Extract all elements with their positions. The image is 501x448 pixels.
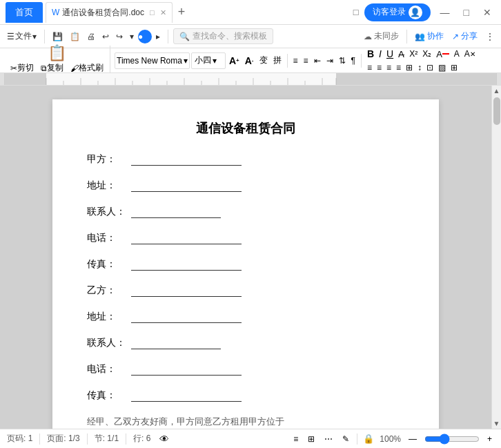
- align-right-button[interactable]: ≡: [384, 61, 393, 74]
- superscript-button[interactable]: X²: [407, 48, 420, 60]
- phonetic-button[interactable]: 拼: [271, 53, 284, 68]
- layout-grid-button[interactable]: ⊞: [306, 433, 317, 445]
- sync-button[interactable]: ☁ 未同步: [361, 29, 402, 43]
- tab-doc[interactable]: W 通信设备租赁合同.doc □ ✕: [46, 2, 173, 23]
- scissors-icon: ✂: [10, 64, 17, 73]
- align-justify-button[interactable]: ≡: [394, 61, 403, 74]
- bold-button[interactable]: B: [365, 47, 376, 61]
- field-line-2[interactable]: [131, 206, 221, 218]
- search-box[interactable]: 🔍 查找命令、搜索模板: [173, 28, 273, 44]
- highlight-button[interactable]: A: [452, 48, 462, 60]
- save-button[interactable]: 💾: [50, 30, 66, 43]
- more-format-button[interactable]: ⊞: [449, 61, 460, 74]
- layout-list-button[interactable]: ≡: [291, 433, 300, 445]
- zoom-slider[interactable]: [424, 434, 480, 445]
- edit-button[interactable]: ✎: [340, 433, 351, 445]
- toolbar1-sep2: [168, 30, 168, 43]
- font-size-value: 小四: [195, 55, 211, 66]
- redo-button[interactable]: ↪: [113, 30, 126, 43]
- share-button[interactable]: ↗ 分享: [449, 29, 480, 43]
- undo-button[interactable]: ↩: [99, 30, 112, 43]
- italic-button[interactable]: I: [377, 47, 384, 61]
- style-button[interactable]: ●: [138, 30, 152, 43]
- tab-close-icon[interactable]: ✕: [160, 8, 166, 17]
- increase-font-button[interactable]: A+: [227, 54, 242, 68]
- subscript-button[interactable]: X₂: [420, 48, 433, 60]
- file-group: ☰ 文件 ▾: [4, 29, 39, 43]
- font-size-select[interactable]: 小四 ▾: [191, 52, 226, 69]
- more-menu-button[interactable]: ⋮: [483, 30, 497, 43]
- field-line-3[interactable]: [131, 232, 242, 244]
- underline-button[interactable]: U: [384, 47, 395, 61]
- tab-home[interactable]: 首页: [6, 2, 43, 23]
- field-line-6[interactable]: [131, 311, 242, 323]
- read-mode-button[interactable]: 👁: [157, 432, 171, 446]
- decrease-font-button[interactable]: A-: [243, 54, 256, 68]
- layout-dots-button[interactable]: ⋯: [322, 433, 335, 445]
- field-line-5[interactable]: [131, 284, 242, 297]
- page-area: 通信设备租赁合同 甲方： 地址： 联系人： 电话： 传真：: [0, 86, 491, 429]
- font-name-select[interactable]: Times New Roma ▾: [115, 52, 190, 69]
- restore-icon[interactable]: □: [150, 8, 155, 17]
- file-menu-button[interactable]: ☰ 文件 ▾: [4, 29, 39, 43]
- paste-button[interactable]: 📋: [48, 46, 66, 61]
- collab-button[interactable]: 👥 协作: [412, 29, 446, 43]
- ruler-corner: [0, 73, 5, 85]
- page-total: 页面: 1/3: [47, 433, 79, 445]
- print-button[interactable]: 🖨: [84, 30, 98, 43]
- vertical-scrollbar[interactable]: ▲ ▼: [491, 86, 501, 429]
- document-page: 通信设备租赁合同 甲方： 地址： 联系人： 电话： 传真：: [52, 99, 439, 429]
- field-line-1[interactable]: [131, 179, 242, 192]
- zoom-in-button[interactable]: +: [485, 433, 494, 445]
- svg-rect-0: [5, 73, 46, 85]
- bullet-list-button[interactable]: ≡: [291, 55, 300, 67]
- field-line-0[interactable]: [131, 153, 242, 166]
- minimize-button[interactable]: —: [436, 6, 454, 19]
- template-button[interactable]: 📋: [67, 30, 83, 43]
- field-line-4[interactable]: [131, 258, 242, 271]
- field-line-8[interactable]: [131, 363, 242, 376]
- align-center-button[interactable]: ≡: [375, 61, 384, 74]
- show-marks-button[interactable]: ¶: [349, 55, 357, 67]
- add-tab-button[interactable]: +: [178, 5, 186, 19]
- change-case-button[interactable]: 变: [257, 53, 270, 68]
- indent-decrease-button[interactable]: ⇤: [312, 55, 323, 67]
- format-rows: B I U A̶ X² X₂ A A A✕ ≡ ≡ ≡ ≡ ⊞ ↕ ⊡ ▨ ⊞: [365, 47, 478, 74]
- doc-tab-title: 通信设备租赁合同.doc: [62, 7, 144, 19]
- align-left-button[interactable]: ≡: [365, 61, 374, 74]
- copy-icon: ⧉: [41, 64, 47, 73]
- field-row-6: 地址：: [87, 311, 404, 323]
- sync-icon: ☁: [364, 32, 372, 41]
- section-info: 节: 1/1: [95, 433, 119, 445]
- clear-format-button[interactable]: A✕: [462, 48, 478, 60]
- toolbar1-sep3: [406, 30, 407, 43]
- border-button[interactable]: ⊡: [424, 61, 435, 74]
- extra-button[interactable]: ▸: [153, 30, 163, 43]
- number-list-button[interactable]: ≡: [302, 55, 311, 67]
- line-spacing-button[interactable]: ↕: [415, 61, 424, 74]
- field-line-7[interactable]: [131, 337, 221, 349]
- columns-button[interactable]: ⊞: [404, 61, 415, 74]
- close-button[interactable]: ✕: [479, 6, 495, 19]
- shading-button[interactable]: ▨: [436, 61, 448, 74]
- font-color-button[interactable]: A: [434, 48, 451, 61]
- field-line-9[interactable]: [131, 389, 242, 402]
- restore-button[interactable]: □: [460, 6, 473, 19]
- scroll-up-button[interactable]: ▲: [492, 86, 501, 96]
- indent-increase-button[interactable]: ⇥: [324, 55, 335, 67]
- login-button[interactable]: 访客登录 👤: [364, 3, 431, 21]
- strikethrough-button[interactable]: A̶: [396, 48, 406, 61]
- toolbar1: ☰ 文件 ▾ 💾 📋 🖨 ↩ ↪ ▾ ● ▸ 🔍 查找命令、搜索模板 ☁ 未同步…: [0, 25, 501, 48]
- scroll-track[interactable]: [492, 96, 502, 418]
- field-label-3: 电话：: [87, 232, 128, 244]
- more-undo-icon[interactable]: ▾: [127, 30, 137, 43]
- format-row2: ≡ ≡ ≡ ≡ ⊞ ↕ ⊡ ▨ ⊞: [365, 61, 478, 74]
- field-label-4: 传真：: [87, 258, 128, 271]
- status-bar: 页码: 1 页面: 1/3 节: 1/1 行: 6 👁 ≡ ⊞ ⋯ ✎ 🔒 10…: [0, 429, 501, 448]
- zoom-out-button[interactable]: —: [406, 433, 419, 445]
- svg-rect-2: [46, 73, 336, 85]
- sort-button[interactable]: ⇅: [337, 55, 348, 67]
- scroll-down-button[interactable]: ▼: [492, 418, 501, 429]
- scroll-thumb[interactable]: [493, 97, 500, 125]
- tab-id-icon: □: [353, 7, 359, 17]
